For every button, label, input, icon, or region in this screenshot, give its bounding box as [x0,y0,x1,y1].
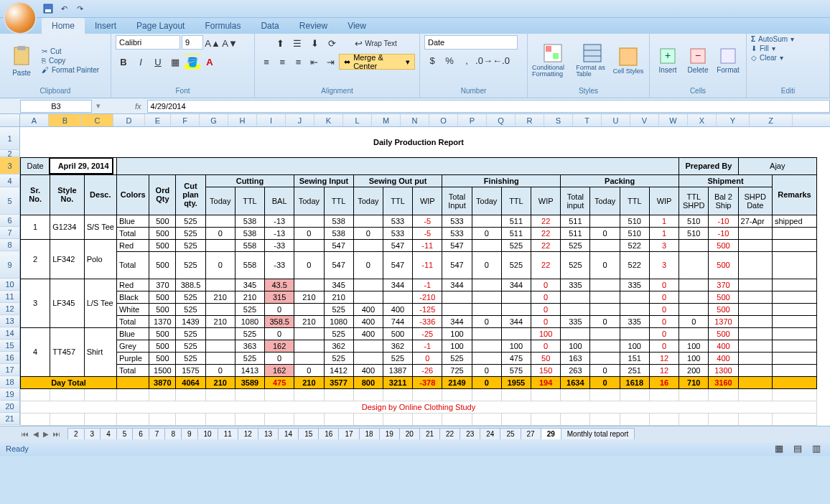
fill-color-button[interactable]: 🪣 [185,54,200,70]
cut-button[interactable]: ✂Cut [42,47,99,55]
col-header-X[interactable]: X [688,114,717,126]
row-header-5[interactable]: 5 [0,187,20,215]
sheet-tab-13[interactable]: 13 [258,428,279,439]
row-header-14[interactable]: 14 [0,327,20,340]
merge-center-button[interactable]: ⬌Merge & Center▾ [339,54,415,70]
row-header-11[interactable]: 11 [0,291,20,303]
align-right-icon[interactable]: ≡ [291,54,305,70]
row-header-3[interactable]: 3 [0,157,20,174]
tab-nav-first-icon[interactable]: ⏮ [22,430,29,438]
col-header-M[interactable]: M [372,114,401,126]
worksheet[interactable]: ABCDEFGHIJKLMNOPQRSTUVWXYZ 1234567891011… [0,114,830,426]
percent-icon[interactable]: % [442,52,457,68]
col-header-A[interactable]: A [20,114,49,126]
col-header-K[interactable]: K [314,114,343,126]
sheet-tab-21[interactable]: 21 [419,428,440,439]
align-center-icon[interactable]: ≡ [275,54,289,70]
col-header-D[interactable]: D [113,114,145,126]
sheet-tab-8[interactable]: 8 [164,428,182,439]
sheet-tab-18[interactable]: 18 [359,428,380,439]
autosum-button[interactable]: Σ AutoSum ▾ [751,35,794,43]
col-header-S[interactable]: S [544,114,573,126]
tab-insert[interactable]: Insert [85,18,126,34]
col-header-Q[interactable]: Q [487,114,516,126]
sheet-tab-6[interactable]: 6 [132,428,149,439]
row-header-6[interactable]: 6 [0,215,20,227]
currency-icon[interactable]: $ [424,52,440,68]
tab-home[interactable]: Home [42,18,85,34]
sheet-tab-29[interactable]: 29 [541,428,561,439]
row-header-17[interactable]: 17 [0,364,20,376]
sheet-tab-22[interactable]: 22 [439,428,460,439]
sheet-tab-10[interactable]: 10 [197,428,218,439]
align-bottom-icon[interactable]: ⬇ [307,35,322,51]
tab-nav-prev-icon[interactable]: ◀ [33,430,39,438]
align-middle-icon[interactable]: ☰ [289,35,305,51]
underline-button[interactable]: U [150,54,166,70]
col-header-Z[interactable]: Z [750,114,793,126]
fx-icon[interactable]: fx [135,102,141,111]
col-header-T[interactable]: T [573,114,602,126]
tab-pagelayout[interactable]: Page Layout [126,18,195,34]
row-header-4[interactable]: 4 [0,174,20,187]
col-header-C[interactable]: C [82,114,113,126]
format-table-button[interactable]: Format as Table [576,43,609,78]
sheet-tab-11[interactable]: 11 [218,428,238,439]
comma-icon[interactable]: , [459,52,475,68]
tab-nav-last-icon[interactable]: ⏭ [53,430,60,438]
sheet-tab-2[interactable]: 2 [67,428,85,439]
sheet-tab-12[interactable]: 12 [238,428,258,439]
col-header-I[interactable]: I [257,114,286,126]
sheet-tab-19[interactable]: 19 [379,428,400,439]
sheet-tab-16[interactable]: 16 [318,428,339,439]
font-size-combo[interactable] [182,35,203,50]
view-pagebreak-icon[interactable]: ▥ [808,441,824,457]
decrease-indent-icon[interactable]: ⇤ [307,54,322,70]
format-painter-button[interactable]: 🖌Format Painter [42,66,99,74]
sheet-tab-14[interactable]: 14 [278,428,299,439]
row-header-16[interactable]: 16 [0,352,20,364]
row-header-19[interactable]: 19 [0,388,20,401]
fill-button[interactable]: ⬇ Fill ▾ [751,45,775,52]
clear-button[interactable]: ◇ Clear ▾ [751,54,783,62]
font-color-button[interactable]: A [202,54,218,70]
row-header-18[interactable]: 18 [0,376,20,388]
increase-indent-icon[interactable]: ⇥ [323,54,337,70]
col-header-Y[interactable]: Y [717,114,750,126]
align-top-icon[interactable]: ⬆ [272,35,288,51]
tab-formulas[interactable]: Formulas [195,18,251,34]
col-header-L[interactable]: L [343,114,372,126]
col-header-P[interactable]: P [458,114,487,126]
col-header-G[interactable]: G [200,114,228,126]
col-header-F[interactable]: F [171,114,200,126]
tab-review[interactable]: Review [289,18,337,34]
row-header-10[interactable]: 10 [0,279,20,291]
sheet-tab-17[interactable]: 17 [338,428,359,439]
tab-nav-next-icon[interactable]: ▶ [43,430,49,438]
tab-data[interactable]: Data [251,18,289,34]
view-normal-icon[interactable]: ▦ [771,441,787,457]
row-header-9[interactable]: 9 [0,251,20,279]
font-name-combo[interactable] [116,35,180,50]
italic-button[interactable]: I [133,54,149,70]
shrink-font-icon[interactable]: A▼ [222,35,238,51]
orientation-icon[interactable]: ⟳ [324,35,340,51]
col-header-E[interactable]: E [145,114,171,126]
sheet-tab-23[interactable]: 23 [460,428,480,439]
row-header-15[interactable]: 15 [0,340,20,352]
row-header-8[interactable]: 8 [0,239,20,251]
redo-icon[interactable]: ↷ [73,2,86,15]
row-header-13[interactable]: 13 [0,315,20,327]
sheet-tab-25[interactable]: 25 [500,428,521,439]
conditional-formatting-button[interactable]: Conditional Formatting [532,43,573,78]
save-icon[interactable] [42,2,55,15]
border-button[interactable]: ▦ [167,54,183,70]
row-header-1[interactable]: 1 [0,127,20,150]
col-header-J[interactable]: J [286,114,314,126]
sheet-tab-27[interactable]: 27 [521,428,541,439]
col-header-O[interactable]: O [429,114,458,126]
formula-bar[interactable]: 4/29/2014 [147,100,830,113]
sheet-tab-monthly[interactable]: Monthly total report [561,428,635,439]
bold-button[interactable]: B [116,54,131,70]
col-header-R[interactable]: R [516,114,544,126]
